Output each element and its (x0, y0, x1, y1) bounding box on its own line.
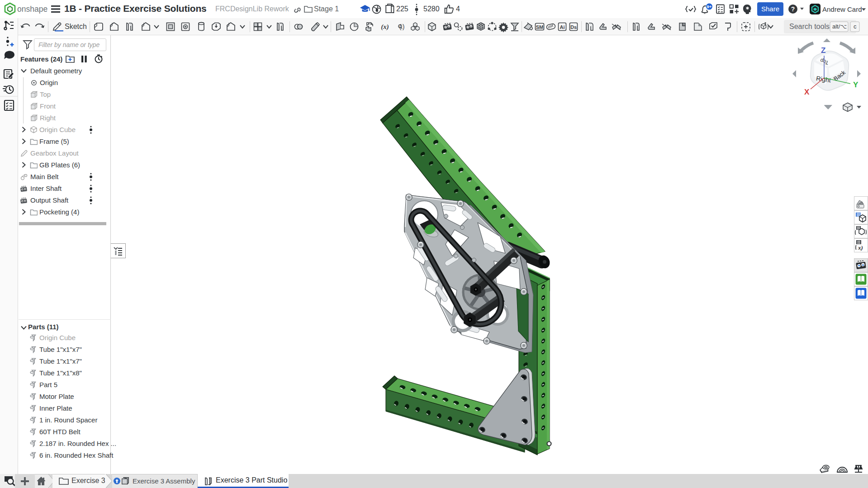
svg-text:?: ? (791, 5, 795, 13)
svg-text:Search tools...: Search tools... (789, 23, 835, 30)
svg-text:Z: Z (821, 46, 825, 55)
svg-text:Y: Y (853, 81, 859, 89)
svg-text:onshape: onshape (17, 5, 47, 14)
svg-text:alt/⌥: alt/⌥ (832, 23, 847, 30)
svg-text:9+: 9+ (707, 4, 712, 9)
svg-text:c: c (854, 23, 857, 30)
svg-text:X: X (804, 88, 810, 96)
svg-text:x): x) (858, 244, 863, 251)
